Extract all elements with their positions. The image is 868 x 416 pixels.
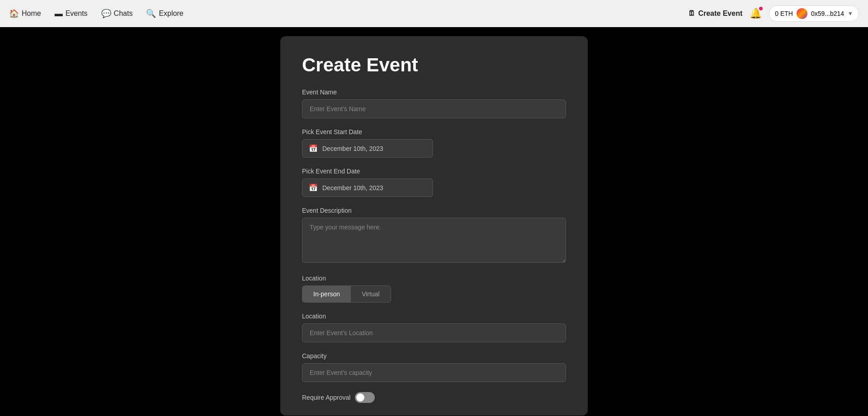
capacity-group: Capacity: [302, 352, 566, 382]
main-content: Create Event Event Name Pick Event Start…: [0, 27, 868, 416]
description-textarea[interactable]: [302, 218, 566, 263]
end-date-group: Pick Event End Date 📅 December 10th, 202…: [302, 168, 566, 197]
event-name-group: Event Name: [302, 89, 566, 118]
form-title: Create Event: [302, 54, 566, 76]
virtual-toggle-button[interactable]: Virtual: [351, 286, 390, 302]
explore-icon: 🔍: [146, 9, 156, 19]
home-icon: 🏠: [9, 9, 19, 19]
event-name-input[interactable]: [302, 99, 566, 118]
location-toggle-group: In-person Virtual: [302, 285, 391, 303]
end-date-value: December 10th, 2023: [322, 184, 383, 192]
description-group: Event Description: [302, 207, 566, 265]
notification-dot: [759, 7, 763, 10]
require-approval-label: Require Approval: [302, 394, 350, 401]
eth-balance: 0 ETH: [775, 10, 793, 17]
chevron-down-icon: ▼: [848, 10, 853, 17]
end-date-calendar-icon: 📅: [309, 183, 318, 192]
nav-home[interactable]: 🏠 Home: [9, 9, 41, 19]
capacity-label: Capacity: [302, 352, 566, 360]
create-event-button[interactable]: 🗓 Create Event: [688, 9, 742, 18]
require-approval-wrapper: Require Approval: [302, 392, 566, 403]
require-approval-toggle[interactable]: [355, 392, 375, 403]
create-event-label: Create Event: [698, 9, 742, 18]
wallet-avatar: [797, 8, 807, 19]
navbar: 🏠 Home ▬ Events 💬 Chats 🔍 Explore 🗓 Crea…: [0, 0, 868, 27]
start-date-label: Pick Event Start Date: [302, 128, 566, 136]
location-input[interactable]: [302, 323, 566, 342]
location-input-label: Location: [302, 313, 566, 320]
nav-chats[interactable]: 💬 Chats: [101, 9, 133, 19]
require-approval-group: Require Approval: [302, 392, 566, 403]
location-input-group: Location: [302, 313, 566, 342]
location-section: Location In-person Virtual: [302, 275, 566, 303]
start-date-group: Pick Event Start Date 📅 December 10th, 2…: [302, 128, 566, 158]
wallet-address: 0x59...b214: [811, 10, 844, 17]
create-event-icon: 🗓: [688, 9, 695, 18]
create-event-form-card: Create Event Event Name Pick Event Start…: [280, 36, 588, 416]
end-date-label: Pick Event End Date: [302, 168, 566, 175]
capacity-input[interactable]: [302, 363, 566, 382]
toggle-slider: [355, 392, 375, 403]
nav-chats-label: Chats: [114, 9, 133, 18]
events-icon: ▬: [55, 9, 63, 19]
nav-explore[interactable]: 🔍 Explore: [146, 9, 183, 19]
description-label: Event Description: [302, 207, 566, 214]
nav-events-label: Events: [66, 9, 88, 18]
start-date-value: December 10th, 2023: [322, 145, 383, 152]
inperson-toggle-button[interactable]: In-person: [302, 286, 351, 302]
wallet-badge[interactable]: 0 ETH 0x59...b214 ▼: [769, 5, 859, 22]
nav-events[interactable]: ▬ Events: [55, 9, 88, 19]
location-section-label: Location: [302, 275, 566, 282]
navbar-right: 🗓 Create Event 🔔 0 ETH 0x59...b214 ▼: [688, 5, 859, 22]
nav-home-label: Home: [22, 9, 41, 18]
event-name-label: Event Name: [302, 89, 566, 96]
nav-explore-label: Explore: [159, 9, 183, 18]
end-date-picker[interactable]: 📅 December 10th, 2023: [302, 178, 433, 197]
chats-icon: 💬: [101, 9, 111, 19]
start-date-calendar-icon: 📅: [309, 144, 318, 153]
start-date-picker[interactable]: 📅 December 10th, 2023: [302, 139, 433, 158]
notification-bell[interactable]: 🔔: [750, 8, 762, 19]
